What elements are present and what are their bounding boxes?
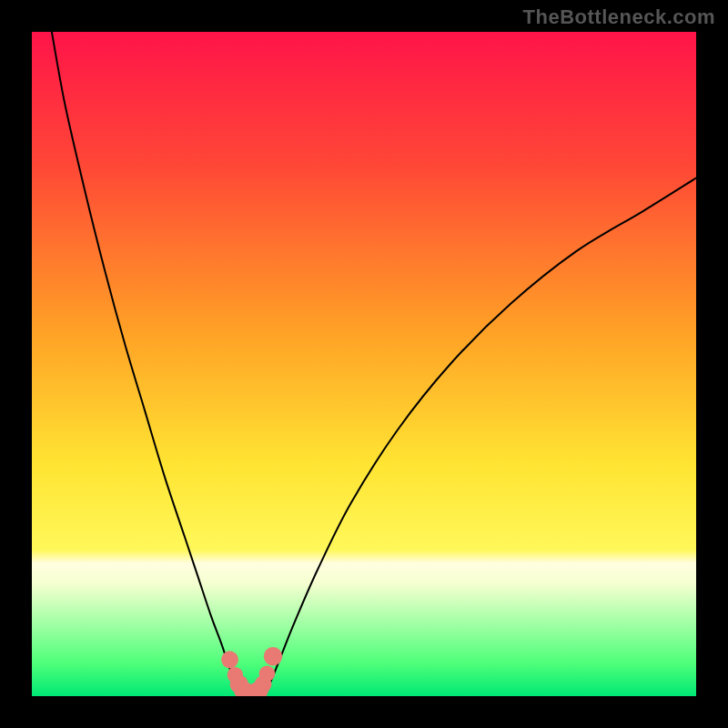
- watermark-text: TheBottleneck.com: [523, 5, 715, 29]
- chart-stage: TheBottleneck.com: [0, 0, 728, 728]
- bottleneck-curve-chart: [32, 32, 696, 696]
- marker-dot: [259, 665, 276, 682]
- marker-dot: [221, 651, 238, 668]
- marker-dot: [264, 647, 282, 665]
- plot-area: [32, 32, 696, 696]
